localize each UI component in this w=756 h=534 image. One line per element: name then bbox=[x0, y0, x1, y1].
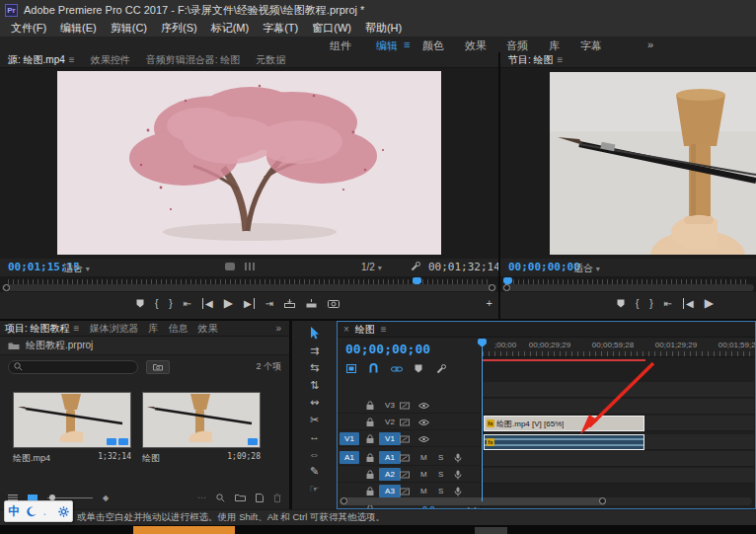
workspace-tab-editing[interactable]: 编辑 bbox=[376, 38, 398, 53]
timeline-ruler[interactable]: ;00;00 00;00;29;29 00;00;59;28 00;01;29;… bbox=[483, 338, 754, 357]
panel-menu-icon[interactable]: ≡ bbox=[74, 323, 80, 334]
track-select-forward-tool[interactable]: ⇉ bbox=[310, 344, 319, 357]
source-scrub-bar[interactable] bbox=[0, 276, 498, 292]
sync-lock-icon[interactable] bbox=[400, 454, 410, 462]
find-icon[interactable] bbox=[216, 494, 225, 502]
razor-tool[interactable]: ✂ bbox=[310, 414, 319, 426]
track-label-v1[interactable]: V1 bbox=[379, 432, 401, 445]
voiceover-mic-icon[interactable] bbox=[454, 453, 462, 463]
play-icon[interactable]: ▶ bbox=[224, 296, 233, 310]
linked-selection-icon[interactable] bbox=[391, 365, 403, 373]
footer-overflow-icon[interactable]: ⋯ bbox=[197, 493, 206, 502]
program-current-timecode[interactable]: 00;00;00;00 bbox=[508, 261, 580, 273]
solo-button[interactable]: S bbox=[438, 453, 443, 462]
project-clip-card[interactable]: 绘图.mp4 1;32;14 bbox=[13, 392, 131, 465]
source-zoom-handle-right[interactable] bbox=[489, 284, 495, 291]
voiceover-mic-icon[interactable] bbox=[454, 487, 462, 496]
add-button-icon[interactable]: + bbox=[487, 297, 492, 309]
lock-icon[interactable] bbox=[366, 453, 374, 463]
clip-thumbnail[interactable] bbox=[13, 392, 131, 448]
rolling-edit-tool[interactable]: ⇅ bbox=[310, 379, 319, 392]
snap-magnet-icon[interactable] bbox=[369, 363, 378, 373]
play-icon[interactable]: ▶ bbox=[705, 296, 714, 310]
timeline-current-timecode[interactable]: 00;00;00;00 bbox=[345, 342, 430, 356]
menu-edit[interactable]: 编辑(E) bbox=[53, 21, 104, 36]
lock-icon[interactable] bbox=[366, 434, 374, 444]
search-input[interactable] bbox=[27, 362, 132, 372]
go-to-in-icon[interactable]: ⇤ bbox=[184, 298, 191, 309]
project-sequence-card[interactable]: 绘图 1;09;28 bbox=[142, 392, 261, 465]
settings-icon[interactable] bbox=[225, 263, 235, 270]
ime-settings-gear-icon[interactable] bbox=[58, 506, 69, 517]
sync-lock-icon[interactable] bbox=[400, 419, 410, 426]
source-video-stage[interactable] bbox=[0, 68, 498, 259]
rate-stretch-tool[interactable]: ↭ bbox=[310, 396, 319, 409]
slide-tool[interactable]: ⇔ bbox=[309, 448, 320, 461]
tab-info[interactable]: 信息 bbox=[163, 321, 192, 337]
program-scrub-bar[interactable] bbox=[500, 276, 756, 292]
solo-button[interactable]: S bbox=[438, 487, 443, 496]
add-marker-icon[interactable] bbox=[136, 299, 144, 308]
track-lane-v3[interactable] bbox=[483, 382, 754, 398]
menu-window[interactable]: 窗口(W) bbox=[305, 21, 358, 36]
automate-to-sequence-icon[interactable]: ◆ bbox=[103, 494, 109, 502]
lock-icon[interactable] bbox=[366, 401, 374, 411]
tab-program[interactable]: 节目: 绘图 ≡ bbox=[500, 52, 570, 68]
tab-audio-clip-mixer[interactable]: 音频剪辑混合器: 绘图 bbox=[138, 52, 249, 68]
lock-icon[interactable] bbox=[366, 487, 374, 496]
track-output-eye-icon[interactable] bbox=[418, 419, 429, 426]
new-bin-icon[interactable] bbox=[235, 494, 246, 501]
program-zoom-handle-left[interactable] bbox=[503, 284, 510, 291]
tab-libraries[interactable]: 库 bbox=[143, 321, 163, 337]
track-label-v2[interactable]: V2 bbox=[379, 416, 401, 428]
track-lane-v2[interactable] bbox=[483, 399, 754, 415]
source-patch-a1[interactable]: A1 bbox=[340, 451, 359, 464]
source-patch-v1[interactable]: V1 bbox=[340, 432, 359, 445]
tab-media-browser[interactable]: 媒体浏览器 bbox=[84, 321, 143, 337]
tab-metadata[interactable]: 元数据 bbox=[248, 52, 293, 68]
go-to-out-icon[interactable]: ⇥ bbox=[265, 298, 273, 309]
workspace-tab-effects[interactable]: 效果 bbox=[465, 38, 487, 53]
nest-insert-icon[interactable] bbox=[346, 364, 356, 373]
pen-tool[interactable]: ✎ bbox=[310, 465, 319, 478]
sequence-thumbnail[interactable] bbox=[142, 392, 261, 448]
program-video-stage[interactable] bbox=[500, 68, 756, 259]
track-label-v3[interactable]: V3 bbox=[379, 399, 401, 412]
insert-icon[interactable] bbox=[284, 299, 295, 308]
workspace-overflow-icon[interactable]: » bbox=[647, 38, 653, 50]
timeline-settings-wrench-icon[interactable] bbox=[436, 363, 447, 374]
program-scroll-track[interactable] bbox=[502, 284, 754, 291]
go-to-in-icon[interactable]: ⇤ bbox=[664, 298, 672, 309]
menu-title[interactable]: 字幕(T) bbox=[256, 21, 305, 36]
project-tabs-overflow-icon[interactable]: » bbox=[267, 321, 289, 337]
taskbar-highlighted-app[interactable] bbox=[133, 526, 235, 534]
timeline-audio-clip[interactable]: fx bbox=[484, 434, 644, 450]
ime-language-button[interactable]: 中 bbox=[8, 503, 20, 520]
workspace-tab-audio[interactable]: 音频 bbox=[506, 38, 528, 53]
ime-punctuation-button[interactable]: 、 bbox=[42, 505, 51, 518]
track-label-a3[interactable]: A3 bbox=[379, 485, 401, 497]
panel-menu-icon[interactable]: ≡ bbox=[69, 54, 75, 65]
track-lane-a3[interactable] bbox=[483, 468, 754, 484]
timeline-playhead-line[interactable] bbox=[482, 347, 483, 501]
mute-button[interactable]: M bbox=[420, 470, 427, 479]
add-marker-icon[interactable] bbox=[617, 299, 625, 308]
mark-in-icon[interactable]: { bbox=[636, 298, 639, 309]
workspace-tab-assembly[interactable]: 组件 bbox=[330, 38, 351, 53]
workspace-tab-libraries[interactable]: 库 bbox=[549, 38, 560, 53]
tab-sequence[interactable]: × 绘图 ≡ bbox=[338, 322, 393, 338]
sync-lock-icon[interactable] bbox=[400, 435, 410, 443]
ripple-edit-tool[interactable]: ⇆ bbox=[310, 361, 319, 374]
workspace-editing-menu-icon[interactable]: ≡ bbox=[404, 38, 410, 50]
delete-icon[interactable] bbox=[273, 494, 281, 502]
track-output-eye-icon[interactable] bbox=[418, 435, 429, 443]
menu-sequence[interactable]: 序列(S) bbox=[154, 21, 204, 36]
timeline-zoom-handle-right[interactable] bbox=[599, 497, 606, 504]
menu-help[interactable]: 帮助(H) bbox=[358, 21, 409, 36]
tab-project[interactable]: 项目: 绘图教程 ≡ bbox=[0, 321, 84, 337]
clip-name[interactable]: 绘图.mp4 bbox=[13, 452, 50, 465]
tab-source[interactable]: 源: 绘图.mp4 ≡ bbox=[0, 52, 83, 68]
voiceover-mic-icon[interactable] bbox=[454, 470, 462, 480]
panel-menu-icon[interactable]: ≡ bbox=[558, 54, 564, 65]
selection-tool[interactable] bbox=[309, 327, 320, 340]
